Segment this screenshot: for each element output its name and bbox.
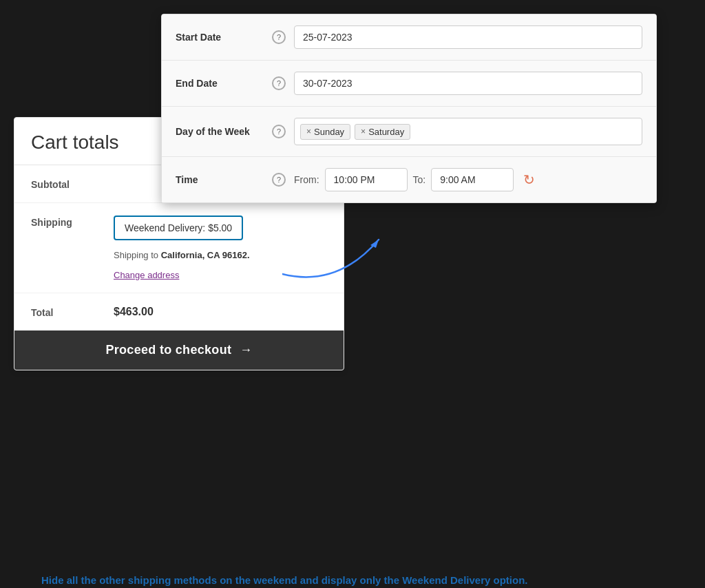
tag-saturday[interactable]: × Saturday <box>355 124 410 140</box>
time-help-icon[interactable]: ? <box>272 173 286 187</box>
time-row: Time ? From: To: ↻ <box>162 157 656 202</box>
caption: Hide all the other shipping methods on t… <box>14 573 691 589</box>
change-address-link[interactable]: Change address <box>114 270 179 280</box>
checkout-label: Proceed to checkout <box>105 343 231 357</box>
end-date-input[interactable] <box>294 72 642 95</box>
checkout-arrow: → <box>240 343 252 357</box>
subtotal-label: Subtotal <box>31 178 114 190</box>
end-date-row: End Date ? <box>162 61 656 107</box>
end-date-label: End Date <box>176 78 272 89</box>
start-date-row: Start Date ? <box>162 14 656 61</box>
tag-sunday-label: Sunday <box>314 127 344 137</box>
tag-sunday[interactable]: × Sunday <box>300 124 350 140</box>
tag-saturday-remove[interactable]: × <box>361 127 366 136</box>
shipping-label: Shipping <box>31 216 114 228</box>
shipping-address-text: Shipping to California, CA 96162. <box>114 249 327 262</box>
shipping-option[interactable]: Weekend Delivery: $5.00 <box>114 216 243 240</box>
tag-sunday-remove[interactable]: × <box>306 127 311 136</box>
time-to-input[interactable] <box>431 168 514 191</box>
refresh-icon[interactable]: ↻ <box>519 170 538 189</box>
end-date-help-icon[interactable]: ? <box>272 76 286 90</box>
checkout-button[interactable]: Proceed to checkout → <box>14 330 344 370</box>
start-date-help-icon[interactable]: ? <box>272 30 286 44</box>
start-date-label: Start Date <box>176 32 272 43</box>
tag-saturday-label: Saturday <box>368 127 404 137</box>
to-label: To: <box>413 174 426 185</box>
start-date-input[interactable] <box>294 25 642 49</box>
svg-marker-0 <box>370 240 379 248</box>
shipping-row: Shipping Weekend Delivery: $5.00 Shippin… <box>14 203 344 293</box>
from-label: From: <box>294 174 319 185</box>
time-inputs: From: To: ↻ <box>294 168 642 191</box>
day-of-week-label: Day of the Week <box>176 126 272 137</box>
total-label: Total <box>31 306 114 318</box>
total-value: $463.00 <box>114 306 327 318</box>
time-label: Time <box>176 174 272 185</box>
shipping-address: California, CA 96162. <box>161 250 250 260</box>
settings-panel: Start Date ? End Date ? Day of the Week … <box>161 14 657 203</box>
total-row: Total $463.00 <box>14 293 344 330</box>
shipping-to-prefix: Shipping to <box>114 250 158 260</box>
caption-text: Hide all the other shipping methods on t… <box>41 574 528 586</box>
time-from-input[interactable] <box>325 168 408 191</box>
shipping-value: Weekend Delivery: $5.00 Shipping to Cali… <box>114 216 327 280</box>
day-of-week-row: Day of the Week ? × Sunday × Saturday <box>162 107 656 157</box>
day-of-week-tags-input[interactable]: × Sunday × Saturday <box>294 118 642 145</box>
day-of-week-help-icon[interactable]: ? <box>272 125 286 138</box>
